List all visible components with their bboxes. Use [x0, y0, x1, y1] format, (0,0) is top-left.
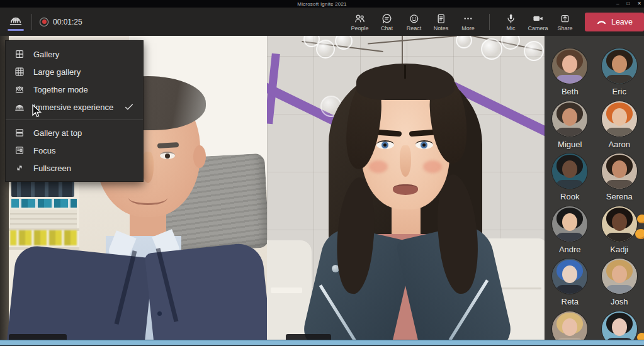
avatar-face: [612, 55, 627, 73]
avatar-eye: [376, 140, 394, 149]
participant-tile: Eric: [595, 48, 644, 101]
participant-tile: Aaron: [595, 101, 644, 154]
video-progress-bar[interactable]: [0, 340, 644, 346]
participant-avatar[interactable]: [602, 153, 637, 189]
avatar-face: [562, 108, 577, 126]
menu-item-immersive-experience[interactable]: Immersive experience: [6, 98, 143, 116]
menu-item-label: Fullscreen: [33, 164, 71, 173]
video-tile-avatar[interactable]: [267, 36, 545, 346]
participant-name: Rook: [560, 192, 579, 201]
maximize-button[interactable]: □: [626, 0, 630, 8]
menu-item-label: Immersive experience: [33, 103, 113, 112]
active-view-underline: [8, 29, 24, 31]
avatar-shoulders: [556, 180, 584, 189]
leave-button[interactable]: Leave: [585, 13, 644, 31]
menu-item-fullscreen[interactable]: Fullscreen: [6, 159, 143, 177]
avatar-face: [612, 265, 627, 283]
participant-avatar[interactable]: [602, 101, 637, 137]
book-on-couch: [271, 287, 302, 293]
gallery-top-icon: [14, 127, 25, 138]
presenter-nose: [142, 152, 154, 183]
participant-avatar[interactable]: [602, 259, 637, 294]
presenter-eyebrow: [157, 142, 179, 148]
focus-icon: [14, 145, 25, 156]
menu-divider: [6, 120, 143, 120]
participant-avatar[interactable]: [552, 153, 587, 189]
window-controls: – □ ✕: [616, 0, 641, 8]
avatar-pupil: [422, 143, 426, 147]
view-switcher-button[interactable]: [8, 13, 24, 31]
participant-name: Kadji: [610, 245, 628, 254]
toolbar-right-cluster: PeopleChatReactNotesMore MicCameraShare …: [346, 11, 644, 33]
immersive-view-icon: [8, 13, 23, 28]
participant-tile: Miguel: [545, 101, 595, 154]
participant-avatar[interactable]: [552, 48, 587, 84]
participant-name: Reta: [562, 297, 579, 306]
book-row: [11, 199, 77, 208]
menu-item-large-gallery[interactable]: Large gallery: [6, 63, 143, 81]
avatar-shoulders: [556, 128, 584, 137]
avatar-nose: [400, 145, 411, 177]
participant-name: Miguel: [558, 140, 582, 149]
menu-item-label: Focus: [33, 146, 55, 155]
menu-item-gallery[interactable]: Gallery: [6, 45, 143, 63]
toolbar-divider: [489, 14, 490, 30]
participant-avatar[interactable]: [602, 206, 637, 242]
camera-icon: [532, 13, 544, 25]
menu-item-focus[interactable]: Focus: [6, 142, 143, 159]
toolbar-button-label: Chat: [381, 25, 393, 31]
toolbar-button-people[interactable]: People: [346, 11, 373, 33]
presenter-blazer: [145, 242, 267, 346]
menu-item-label: Large gallery: [33, 67, 81, 77]
toolbar-button-share[interactable]: Share: [551, 11, 579, 33]
avatar-eye: [415, 140, 433, 149]
meeting-timer: 00:01:25: [53, 18, 82, 26]
participant-name: Aaron: [608, 140, 630, 149]
avatar-shoulders: [606, 285, 633, 294]
avatar-eyebrow: [375, 130, 402, 137]
participant-avatar[interactable]: [602, 48, 637, 84]
toolbar-button-react[interactable]: React: [400, 11, 427, 33]
window-titlebar: Microsoft Ignite 2021 – □ ✕: [0, 0, 644, 8]
menu-item-gallery-at-top[interactable]: Gallery at top: [6, 124, 143, 142]
avatar-shoulders: [556, 233, 584, 242]
participant-name: Serena: [606, 192, 633, 201]
toolbar-button-more[interactable]: More: [455, 11, 482, 33]
menu-item-label: Gallery: [33, 50, 59, 59]
window-title: Microsoft Ignite 2021: [297, 1, 346, 7]
toolbar-button-notes[interactable]: Notes: [427, 11, 455, 33]
panel-buttons-group: PeopleChatReactNotesMore: [346, 11, 482, 33]
avatar-shoulders: [606, 180, 633, 189]
participant-avatar[interactable]: [552, 101, 587, 137]
participant-name: Andre: [559, 245, 581, 254]
avatar-iris: [421, 142, 427, 148]
avatar-blush: [369, 160, 388, 173]
avatar-lips: [393, 184, 418, 195]
teams-meeting-window: Microsoft Ignite 2021 – □ ✕ 00:01:25 Peo…: [0, 0, 644, 346]
shirt-button: [157, 311, 162, 316]
book-row: [10, 230, 77, 245]
toolbar-button-label: Share: [557, 25, 572, 31]
close-button[interactable]: ✕: [637, 0, 641, 8]
toolbar-button-camera[interactable]: Camera: [524, 11, 551, 33]
menu-item-label: Together mode: [33, 85, 88, 94]
participant-avatar[interactable]: [552, 206, 587, 242]
menu-item-together-mode[interactable]: Together mode: [6, 81, 143, 98]
people-icon: [354, 13, 366, 25]
minimize-button[interactable]: –: [616, 0, 619, 8]
avatar-face: [562, 213, 577, 231]
chat-icon: [381, 13, 393, 25]
avatar-shoulders: [556, 285, 584, 294]
avatar-pupil: [383, 143, 387, 147]
presenter-ear: [193, 145, 206, 168]
gallery-icon: [14, 48, 25, 60]
toolbar-button-label: Notes: [434, 25, 449, 31]
device-buttons-group: MicCameraShare: [497, 11, 579, 33]
participant-tile: Rook: [545, 153, 595, 206]
toolbar-divider: [31, 14, 32, 30]
toolbar-button-mic[interactable]: Mic: [497, 11, 524, 33]
toolbar-button-chat[interactable]: Chat: [373, 11, 400, 33]
participant-tile: Josh: [595, 259, 644, 311]
participant-avatar[interactable]: [552, 259, 587, 294]
participant-name: Beth: [562, 87, 579, 96]
